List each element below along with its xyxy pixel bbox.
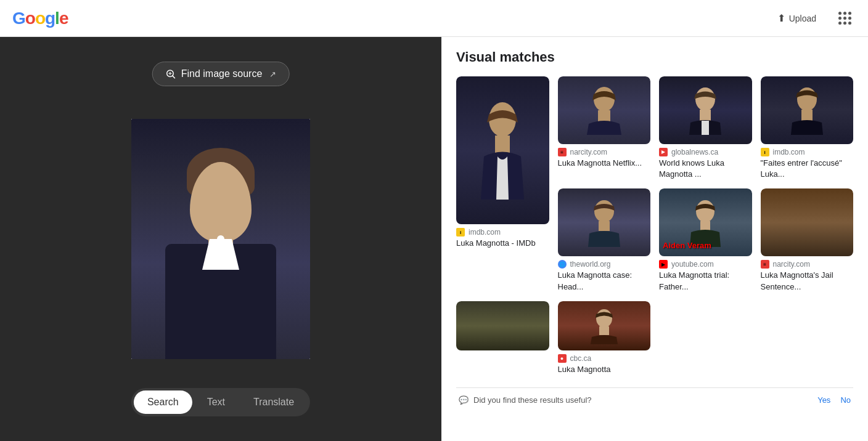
result-card-cbc[interactable]: ● cbc.ca Luka Magnotta [558,301,651,375]
feedback-icon: 💬 [459,395,469,405]
favicon-youtube: ▶ [659,260,668,269]
result-image-4 [761,76,854,144]
result-title-5: Luka Magnotta case: Head... [558,270,651,292]
result-card-narcity-1[interactable]: ≡ narcity.com Luka Magnotta Netflix... [558,76,651,180]
mode-tabs: Search Text Translate [131,388,310,416]
feedback-question: 💬 Did you find these results useful? [459,395,592,405]
svg-rect-7 [702,121,709,135]
result-title-2: Luka Magnotta Netflix... [558,158,651,169]
tab-translate[interactable]: Translate [240,390,308,414]
favicon-theworld: 🌐 [558,260,567,269]
result-card-youtube[interactable]: Aiden Veram ▶ youtube.com Luka Magnotta … [659,188,752,292]
selection-dot [217,235,224,243]
svg-rect-6 [700,110,711,121]
svg-point-3 [594,87,615,111]
favicon-imdb-1: i [456,228,465,237]
result-card-imdb-large[interactable]: i imdb.com Luka Magnotta - IMDb [456,76,549,293]
result-image-8 [456,301,549,350]
aiden-text-overlay: Aiden Veram [663,241,711,250]
tab-text[interactable]: Text [194,390,239,414]
source-info-5: 🌐 theworld.org [558,260,651,269]
result-image-9 [558,301,651,350]
source-info-2: ≡ narcity.com [558,148,651,156]
header: Google ⬆ Upload [0,0,868,37]
svg-point-5 [695,87,715,111]
source-name-6: youtube.com [671,260,714,269]
grid-icon [838,12,851,25]
source-name-4: imdb.com [773,148,805,156]
upload-icon: ⬆ [777,12,785,24]
result-card-globalnews[interactable]: globalnews.ca World knows Luka Magnotta … [659,76,752,180]
svg-rect-2 [495,136,510,154]
favicon-narcity-1: ≡ [558,148,567,156]
feedback-actions: Yes No [817,395,851,405]
result-image-6: Aiden Veram [659,188,752,256]
upload-label: Upload [789,14,816,23]
svg-point-12 [696,200,714,222]
source-info-6: ▶ youtube.com [659,260,752,269]
right-panel: Visual matches i [441,37,868,441]
source-info-7: ≡ narcity.com [761,260,854,269]
svg-rect-11 [599,221,610,231]
svg-rect-13 [700,221,710,230]
favicon-cbc: ● [558,354,567,363]
result-card-bottom-1[interactable] [456,301,549,375]
source-name-1: imdb.com [469,228,501,237]
feedback-no[interactable]: No [840,395,851,405]
apps-button[interactable] [833,7,856,30]
feedback-text: Did you find these results useful? [473,395,592,405]
favicon-global [659,148,668,156]
svg-rect-9 [801,110,813,121]
result-title-7: Luka Magnotta's Jail Sentence... [761,270,854,292]
source-info-9: ● cbc.ca [558,354,651,363]
image-container [131,119,310,359]
svg-point-10 [594,200,614,222]
result-title-3: World knows Luka Magnotta ... [659,158,752,180]
source-name-7: narcity.com [773,260,810,269]
upload-button[interactable]: ⬆ Upload [770,9,824,28]
find-source-label: Find image source [181,68,263,79]
source-info-3: globalnews.ca [659,148,752,156]
result-image-5 [558,188,651,256]
source-info-4: i imdb.com [761,148,854,156]
result-title-9: Luka Magnotta [558,364,651,375]
section-title: Visual matches [456,49,853,65]
result-card-imdb-2[interactable]: i imdb.com "Faites entrer l'accusé" Luka… [761,76,854,180]
result-title-4: "Faites entrer l'accusé" Luka... [761,158,854,180]
source-name-5: theworld.org [570,260,611,269]
svg-rect-15 [599,326,609,335]
source-name-9: cbc.ca [570,354,592,363]
result-image-1 [456,76,549,224]
result-title-6: Luka Magnotta trial: Father... [659,270,752,292]
favicon-imdb-2: i [761,148,769,156]
result-image-3 [659,76,752,144]
source-name-3: globalnews.ca [671,148,718,156]
result-title-1: Luka Magnotta - IMDb [456,238,549,249]
main-content: Find image source ↗ Searc [0,37,868,441]
feedback-yes[interactable]: Yes [817,395,830,405]
result-image-7 [761,188,854,256]
favicon-narcity-2: ≡ [761,260,769,269]
results-grid: i imdb.com Luka Magnotta - IMDb [456,76,853,375]
source-info-1: i imdb.com [456,228,549,237]
result-image-2 [558,76,651,144]
source-name-2: narcity.com [570,148,607,156]
result-card-theworld[interactable]: 🌐 theworld.org Luka Magnotta case: Head.… [558,188,651,292]
lens-icon [165,68,176,79]
left-panel: Find image source ↗ Searc [0,37,441,441]
feedback-bar: 💬 Did you find these results useful? Yes… [456,387,853,412]
result-card-narcity-2[interactable]: ≡ narcity.com Luka Magnotta's Jail Sente… [761,188,854,292]
tab-search[interactable]: Search [134,390,192,414]
header-actions: ⬆ Upload [770,7,856,30]
find-source-button[interactable]: Find image source ↗ [152,62,290,86]
external-link-icon: ↗ [269,70,276,79]
google-logo: Google [12,9,68,28]
